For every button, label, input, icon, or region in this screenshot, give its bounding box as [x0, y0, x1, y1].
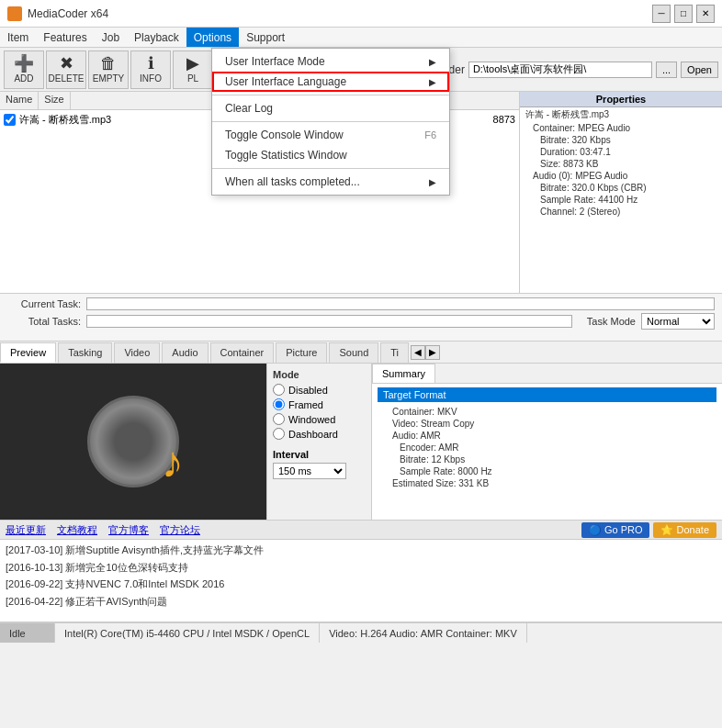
tab-scroll-right[interactable]: ▶: [425, 345, 440, 360]
news-link-updates[interactable]: 最近更新: [6, 523, 46, 537]
prop-bitrate: Bitrate: 320 Kbps: [520, 134, 722, 146]
current-task-row: Current Task:: [7, 297, 715, 310]
menu-clear-log-label: Clear Log: [225, 102, 273, 115]
interval-select[interactable]: 150 ms 500 ms 1000 ms: [273, 463, 346, 479]
tab-scroll-left[interactable]: ◀: [411, 345, 425, 360]
menu-item-job[interactable]: Job: [95, 28, 127, 47]
output-open-button[interactable]: Open: [681, 62, 718, 78]
mode-framed-row[interactable]: Framed: [273, 398, 366, 410]
play-icon: ▶: [186, 55, 199, 72]
submenu-arrow-icon-3: ▶: [429, 177, 436, 187]
add-button[interactable]: ➕ ADD: [4, 50, 44, 89]
separator-1: [212, 95, 449, 95]
mode-framed-label: Framed: [288, 399, 323, 410]
menu-item-playback[interactable]: Playback: [127, 28, 186, 47]
interval-title: Interval: [273, 449, 366, 460]
shortcut-f6: F6: [424, 129, 436, 140]
tab-tasking[interactable]: Tasking: [58, 342, 112, 363]
mode-windowed-radio[interactable]: [273, 413, 285, 425]
donate-button[interactable]: ⭐ Donate: [653, 522, 716, 538]
output-path-input[interactable]: [468, 62, 652, 78]
menu-toggle-stats[interactable]: Toggle Statistics Window: [212, 145, 449, 165]
summary-content: Target Format Container: MKV Video: Stre…: [372, 384, 722, 493]
target-format-header: Target Format: [378, 387, 716, 402]
menu-item-support[interactable]: Support: [239, 28, 292, 47]
menu-toggle-console[interactable]: Toggle Console Window F6: [212, 125, 449, 145]
status-bar: Idle Intel(R) Core(TM) i5-4460 CPU / Int…: [0, 622, 722, 643]
app-icon: [7, 6, 22, 21]
minimize-button[interactable]: ─: [652, 5, 671, 23]
bottom-content: ♪ Mode Disabled Framed Windowed Dashboar…: [0, 364, 722, 520]
task-mode-label: Task Mode: [587, 316, 636, 327]
title-bar-text: MediaCoder x64: [28, 7, 652, 20]
interval-section: Interval 150 ms 500 ms 1000 ms: [273, 449, 366, 479]
menu-item-features[interactable]: Features: [36, 28, 94, 47]
properties-header: Properties: [520, 92, 722, 107]
tab-picture[interactable]: Picture: [276, 342, 327, 363]
news-bar: 最近更新 文档教程 官方博客 官方论坛 🔵 Go PRO ⭐ Donate: [0, 520, 722, 540]
col-size-header: Size: [39, 92, 70, 109]
current-task-label: Current Task:: [7, 298, 81, 309]
properties-panel: Properties 许嵩 - 断桥残雪.mp3 Container: MPEG…: [520, 92, 722, 293]
prop-audio-bitrate: Bitrate: 320.0 Kbps (CBR): [520, 182, 722, 194]
play-button[interactable]: ▶ PL: [173, 50, 213, 89]
menu-ui-language[interactable]: User Interface Language ▶: [212, 72, 449, 92]
close-button[interactable]: ✕: [696, 5, 715, 23]
summary-samplerate: Sample Rate: 8000 Hz: [378, 465, 716, 477]
add-label: ADD: [14, 73, 33, 84]
tab-preview[interactable]: Preview: [0, 342, 56, 363]
prop-audio: Audio (0): MPEG Audio: [520, 170, 722, 182]
output-browse-button[interactable]: ...: [656, 62, 677, 78]
mode-dashboard-radio[interactable]: [273, 428, 285, 440]
gopro-button[interactable]: 🔵 Go PRO: [581, 522, 650, 538]
submenu-arrow-icon: ▶: [429, 57, 436, 67]
empty-button[interactable]: 🗑 EMPTY: [88, 50, 129, 89]
tab-sound[interactable]: Sound: [329, 342, 378, 363]
summary-tab[interactable]: Summary: [372, 364, 435, 383]
task-mode-select[interactable]: Normal Batch Auto: [641, 313, 715, 330]
total-tasks-progress: [86, 315, 572, 328]
tab-audio[interactable]: Audio: [162, 342, 208, 363]
mode-dashboard-row[interactable]: Dashboard: [273, 428, 366, 440]
menu-ui-mode[interactable]: User Interface Mode ▶: [212, 51, 449, 72]
col-name-header: Name: [0, 92, 39, 109]
mode-disabled-radio[interactable]: [273, 384, 285, 396]
menu-tasks-completed-label: When all tasks completed...: [225, 175, 360, 188]
status-codec: Video: H.264 Audio: AMR Container: MKV: [320, 623, 527, 643]
news-link-forum[interactable]: 官方论坛: [160, 523, 200, 537]
menu-ui-language-label: User Interface Language: [225, 75, 346, 88]
news-list: [2017-03-10] 新增Suptitle Avisynth插件,支持蓝光字…: [0, 540, 722, 622]
info-button[interactable]: ℹ INFO: [130, 50, 171, 89]
total-tasks-label: Total Tasks:: [7, 316, 81, 327]
music-note-icon: ♪: [162, 437, 184, 487]
menu-toggle-stats-label: Toggle Statistics Window: [225, 149, 347, 162]
mode-windowed-row[interactable]: Windowed: [273, 413, 366, 425]
news-link-blog[interactable]: 官方博客: [108, 523, 149, 537]
separator-2: [212, 121, 449, 122]
preview-pane: ♪: [0, 364, 266, 520]
info-icon: ℹ: [148, 55, 154, 72]
menu-item-item[interactable]: Item: [0, 28, 36, 47]
separator-3: [212, 168, 449, 169]
prop-size: Size: 8873 KB: [520, 158, 722, 170]
prop-channel: Channel: 2 (Stereo): [520, 206, 722, 218]
delete-button[interactable]: ✖ DELETE: [46, 50, 86, 89]
file-size: 8873: [460, 114, 515, 125]
mode-disabled-row[interactable]: Disabled: [273, 384, 366, 396]
status-idle: Idle: [0, 623, 55, 643]
file-checkbox[interactable]: [4, 114, 16, 126]
title-bar: MediaCoder x64 ─ □ ✕: [0, 0, 722, 28]
tab-container[interactable]: Container: [210, 342, 275, 363]
mode-framed-radio[interactable]: [273, 398, 285, 410]
menu-item-options[interactable]: Options: [186, 28, 239, 47]
tab-video[interactable]: Video: [114, 342, 160, 363]
news-link-docs[interactable]: 文档教程: [57, 523, 97, 537]
options-dropdown: User Interface Mode ▶ User Interface Lan…: [211, 48, 450, 196]
mode-windowed-label: Windowed: [288, 414, 335, 425]
media-reel-icon: ♪: [83, 391, 184, 492]
menu-tasks-completed[interactable]: When all tasks completed... ▶: [212, 172, 449, 192]
tab-ti[interactable]: Ti: [380, 342, 409, 363]
menu-clear-log[interactable]: Clear Log: [212, 98, 449, 118]
mode-title: Mode: [273, 369, 366, 380]
maximize-button[interactable]: □: [674, 5, 693, 23]
